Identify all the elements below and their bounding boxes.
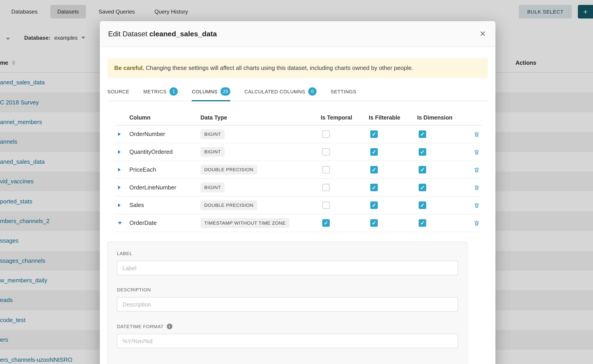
- is-temporal-checkbox[interactable]: [322, 219, 330, 227]
- datetime-format-field-label: DATETIME FORMAT i: [117, 324, 458, 329]
- warning-banner: Be careful.Changing these settings will …: [107, 58, 488, 78]
- tab-label: SOURCE: [107, 89, 129, 94]
- modal-title-dataset-name: cleaned_sales_data: [149, 30, 217, 38]
- header-data-type: Data Type: [200, 114, 321, 120]
- header-is-temporal: Is Temporal: [321, 114, 369, 120]
- screen: Databases Datasets Saved Queries Query H…: [0, 0, 593, 364]
- expand-caret-icon[interactable]: [118, 132, 121, 136]
- datetime-format-input[interactable]: [117, 334, 458, 348]
- warning-lead: Be careful.: [114, 65, 144, 71]
- data-type-pill: DOUBLE PRECISION: [200, 165, 257, 175]
- column-row: Sales DOUBLE PRECISION: [115, 197, 481, 214]
- header-is-filterable: Is Filterable: [369, 114, 417, 120]
- columns-table-header: Column Data Type Is Temporal Is Filterab…: [115, 110, 481, 125]
- data-type-pill: TIMESTAMP WITHOUT TIME ZONE: [200, 218, 290, 228]
- modal-title: Edit Dataset cleaned_sales_data: [108, 30, 217, 38]
- is-filterable-checkbox[interactable]: [370, 130, 378, 138]
- column-row: OrderNumber BIGINT: [115, 125, 481, 143]
- collapse-caret-icon[interactable]: [118, 222, 122, 224]
- tab-count-badge: 25: [220, 87, 231, 96]
- label-input[interactable]: [117, 261, 458, 275]
- column-row: PriceEach DOUBLE PRECISION: [115, 161, 481, 179]
- is-filterable-checkbox[interactable]: [370, 166, 378, 174]
- is-dimension-checkbox[interactable]: [419, 184, 426, 191]
- expand-caret-icon[interactable]: [118, 203, 121, 207]
- delete-icon[interactable]: [472, 201, 481, 210]
- tab-label: CALCULATED COLUMNS: [244, 89, 305, 94]
- is-filterable-checkbox[interactable]: [370, 202, 378, 209]
- is-temporal-checkbox[interactable]: [322, 130, 330, 138]
- warning-text: Changing these settings will affect all …: [146, 65, 413, 71]
- column-name: OrderDate: [129, 220, 200, 227]
- modal-title-prefix: Edit Dataset: [108, 30, 147, 38]
- modal-header: Edit Dataset cleaned_sales_data ×: [100, 21, 495, 47]
- column-name: PriceEach: [129, 166, 200, 173]
- is-dimension-checkbox[interactable]: [419, 166, 426, 174]
- column-row: OrderLineNumber BIGINT: [115, 179, 481, 197]
- tab-label: COLUMNS: [192, 89, 217, 94]
- tab-count-badge: 1: [170, 87, 178, 96]
- delete-icon[interactable]: [472, 147, 481, 157]
- columns-table: Column Data Type Is Temporal Is Filterab…: [115, 110, 481, 232]
- data-type-pill: DOUBLE PRECISION: [200, 200, 257, 210]
- expand-caret-icon[interactable]: [118, 150, 121, 154]
- column-name: OrderLineNumber: [129, 184, 200, 191]
- close-icon[interactable]: ×: [477, 27, 488, 40]
- datetime-format-label-text: DATETIME FORMAT: [117, 324, 164, 329]
- column-detail-panel: LABEL DESCRIPTION DATETIME FORMAT i: [107, 241, 468, 364]
- tab-label: METRICS: [143, 89, 166, 94]
- header-is-dimension: Is Dimension: [417, 114, 466, 120]
- column-name: Sales: [129, 202, 200, 209]
- tab-source[interactable]: SOURCE: [107, 83, 129, 101]
- tab-count-badge: 0: [308, 87, 316, 96]
- modal-body: Be careful.Changing these settings will …: [100, 47, 495, 364]
- is-temporal-checkbox[interactable]: [322, 148, 330, 156]
- column-name: QuantityOrdered: [129, 149, 200, 155]
- is-temporal-checkbox[interactable]: [322, 184, 330, 191]
- datetime-format-field-group: DATETIME FORMAT i: [117, 324, 458, 348]
- is-temporal-checkbox[interactable]: [322, 166, 330, 174]
- delete-icon[interactable]: [472, 130, 481, 139]
- column-row: QuantityOrdered BIGINT: [115, 143, 481, 161]
- is-dimension-checkbox[interactable]: [419, 130, 426, 138]
- column-name: OrderNumber: [129, 131, 200, 137]
- description-input[interactable]: [117, 297, 458, 312]
- data-type-pill: BIGINT: [200, 183, 224, 193]
- is-filterable-checkbox[interactable]: [370, 184, 378, 191]
- header-column: Column: [129, 114, 200, 120]
- delete-icon[interactable]: [472, 183, 481, 192]
- is-dimension-checkbox[interactable]: [419, 148, 426, 156]
- label-field-group: LABEL: [117, 251, 458, 275]
- is-dimension-checkbox[interactable]: [419, 202, 426, 209]
- tab-calculated-columns[interactable]: CALCULATED COLUMNS 0: [244, 83, 316, 101]
- is-dimension-checkbox[interactable]: [419, 219, 426, 227]
- expand-caret-icon[interactable]: [118, 168, 121, 172]
- tab-settings[interactable]: SETTINGS: [330, 83, 356, 101]
- label-field-label: LABEL: [117, 251, 458, 256]
- tab-label: SETTINGS: [330, 89, 356, 94]
- info-icon[interactable]: i: [166, 324, 172, 329]
- column-row-expanded: OrderDate TIMESTAMP WITHOUT TIME ZONE: [115, 214, 481, 232]
- is-filterable-checkbox[interactable]: [370, 219, 378, 227]
- edit-dataset-modal: Edit Dataset cleaned_sales_data × Be car…: [100, 21, 495, 364]
- delete-icon[interactable]: [472, 218, 481, 228]
- is-filterable-checkbox[interactable]: [370, 148, 378, 156]
- expand-caret-icon[interactable]: [118, 186, 121, 189]
- delete-icon[interactable]: [472, 165, 481, 175]
- tab-columns[interactable]: COLUMNS 25: [192, 83, 231, 101]
- description-field-label: DESCRIPTION: [117, 287, 458, 292]
- modal-tabs: SOURCE METRICS 1 COLUMNS 25 CALCULATED C…: [107, 83, 488, 101]
- data-type-pill: BIGINT: [200, 147, 224, 157]
- data-type-pill: BIGINT: [200, 129, 224, 139]
- description-field-group: DESCRIPTION: [117, 287, 458, 312]
- tab-metrics[interactable]: METRICS 1: [143, 83, 178, 101]
- is-temporal-checkbox[interactable]: [322, 202, 330, 209]
